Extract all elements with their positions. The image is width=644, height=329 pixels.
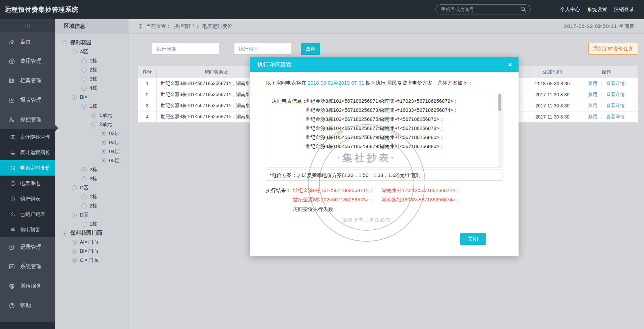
tree-node[interactable]: - A区 [55, 47, 128, 56]
sidebar-item-power-protection[interactable]: 电表保电 [0, 176, 55, 191]
tree-node[interactable]: + 05层 [55, 156, 128, 165]
tree-node[interactable]: + C区门面 [55, 256, 128, 265]
tree-expander-icon[interactable]: + [101, 140, 106, 145]
meter-entry: 湖南集社<567186256878>； [380, 124, 444, 133]
exec-period-input[interactable] [152, 43, 219, 55]
tree-node[interactable]: + 02层 [55, 129, 128, 138]
tree-expander-icon[interactable]: + [72, 249, 77, 254]
tree-collapse-handle[interactable] [55, 125, 58, 131]
query-button[interactable]: 查询 [301, 43, 320, 55]
tree-expander-icon[interactable]: + [101, 131, 106, 136]
tree-expander-icon[interactable]: + [72, 240, 77, 245]
close-button[interactable]: 关闭 [460, 233, 486, 245]
meter-entry: 世纪金源8栋101<567186256871>； [305, 96, 380, 105]
tree-expander-icon[interactable]: - [72, 185, 77, 190]
result-row: 世纪金源8栋101<567186256871>； 湖南集社17023<56718… [293, 186, 460, 195]
tree-expander-icon[interactable]: + [101, 149, 106, 154]
sidebar-item-system[interactable]: 系统管理 [0, 257, 55, 276]
cell-added-time: 2018-05-30 8:30 [530, 78, 575, 89]
tree-node[interactable]: + A区门面 [55, 238, 128, 247]
search-input[interactable] [436, 7, 520, 12]
view-details-link[interactable]: 查看详情 [606, 103, 625, 108]
sidebar-item-meter-reading[interactable]: 表计随抄管理 [0, 129, 55, 145]
view-details-link[interactable]: 查看详情 [606, 114, 625, 119]
tree-expander-icon[interactable]: + [82, 77, 87, 82]
global-search[interactable] [435, 4, 531, 14]
tree-node[interactable]: + 1单元 [55, 111, 128, 120]
sidebar-item-fee-management[interactable]: 费用管理 [0, 51, 55, 71]
tree-expander-icon[interactable]: + [82, 86, 87, 91]
tree-node[interactable]: + 2栋 [55, 65, 128, 75]
sidebar-item-reports[interactable]: 报表管理 [0, 90, 55, 110]
tree-node[interactable]: - B区 [55, 93, 128, 102]
view-details-link[interactable]: 查看详情 [606, 92, 625, 97]
tree-expander-icon[interactable]: - [62, 40, 67, 45]
tree-expander-icon[interactable]: + [82, 194, 87, 199]
tree-expander-icon[interactable]: + [82, 176, 87, 181]
disable-link[interactable]: 禁用 [588, 92, 597, 97]
tree-expander-icon[interactable]: - [72, 213, 77, 218]
tree-node[interactable]: + 03层 [55, 138, 128, 147]
tree-expander-icon[interactable]: + [82, 222, 87, 227]
add-timed-pricing-task-button[interactable]: 添加定时变价任务 [588, 43, 638, 55]
tree-expander-icon[interactable]: + [82, 58, 87, 63]
disable-link[interactable]: 禁用 [588, 81, 597, 86]
tree-expander-icon[interactable]: + [91, 113, 96, 118]
sidebar-item-control-management[interactable]: 操控管理 [0, 110, 55, 129]
settings-link[interactable]: 系统设置 [587, 6, 607, 13]
tree-node[interactable]: + 1栋 [55, 56, 128, 65]
tree-expander-icon[interactable]: + [82, 67, 87, 73]
tree-node[interactable]: - D区 [55, 210, 128, 220]
tree-expander-icon[interactable]: + [101, 158, 106, 163]
tree-node[interactable]: + 3栋 [55, 174, 128, 183]
tree-node[interactable]: - C区 [55, 183, 128, 192]
tree-node[interactable]: + 2栋 [55, 201, 128, 210]
exec-time-input[interactable] [234, 43, 291, 55]
tree-node[interactable]: - 2单元 [55, 120, 128, 129]
tree-node[interactable]: + 3栋 [55, 75, 128, 84]
tree-node[interactable]: + 1栋 [55, 192, 128, 201]
meter-list-label [272, 114, 305, 124]
view-details-link[interactable]: 查看详情 [606, 81, 625, 86]
tree-node[interactable]: - 保利花园 [55, 38, 128, 47]
close-icon[interactable]: × [508, 61, 512, 68]
tree-node[interactable]: - 保利花园门面 [55, 229, 128, 238]
tree-expander-icon[interactable]: - [91, 122, 96, 127]
logout-link[interactable]: 注销登录 [614, 6, 634, 13]
tree-expander-icon[interactable]: - [72, 95, 77, 100]
tree-expander-icon[interactable]: + [72, 258, 77, 263]
sidebar-item-value-added-services[interactable]: 增值服务 [0, 276, 55, 296]
sidebar-item-power-theft-alert[interactable]: 偷电预警 [0, 222, 55, 237]
sidebar-item-help[interactable]: 帮助 [0, 296, 55, 315]
sidebar-item-meter-timed-pricing[interactable]: 电表定时变价 [0, 160, 55, 176]
tree-node[interactable]: + 1栋 [55, 220, 128, 229]
sidebar-item-records[interactable]: 记录管理 [0, 237, 55, 257]
sidebar-item-cancelled-accounts[interactable]: 已销户销表 [0, 206, 55, 222]
sidebar-collapse-button[interactable]: ||| [0, 19, 55, 32]
tree-node[interactable]: + 1栋 [55, 102, 128, 111]
datetime-display: 2017-06-22 09:50:21 星期四 [564, 23, 635, 30]
tree-expander-icon[interactable]: - [62, 231, 67, 236]
disable-link[interactable]: 禁用 [588, 114, 597, 119]
sidebar-item-remote-valve-control[interactable]: 表计远程阀控 [0, 145, 55, 160]
result-entry: 湖南集社17023<567186256872>； [382, 186, 460, 195]
sidebar-item-label: 帮助 [20, 302, 31, 309]
tree-node[interactable]: + B区门面 [55, 247, 128, 256]
sidebar-item-home[interactable]: 首页 [0, 32, 55, 51]
execution-result-block: 执行结果： 世纪金源8栋101<567186256871>； 湖南集社17023… [266, 186, 502, 214]
tree-expander-icon[interactable]: + [82, 203, 87, 208]
tree-node[interactable]: + 2栋 [55, 165, 128, 174]
profile-link[interactable]: 个人中心 [560, 6, 580, 13]
scrollbar-thumb[interactable] [498, 94, 501, 111]
scrollbar-track[interactable] [498, 93, 502, 167]
tree-expander-icon[interactable]: - [72, 49, 77, 54]
sidebar-item-account-cancellation[interactable]: 销户销表 [0, 191, 55, 206]
tree-node[interactable]: + 04层 [55, 147, 128, 156]
tree-node[interactable]: + 4栋 [55, 84, 128, 93]
tree-expander-icon[interactable]: + [82, 104, 87, 109]
tree-expander-icon[interactable]: + [82, 167, 87, 172]
breadcrumb-section[interactable]: 操控管理 [174, 23, 194, 30]
disable-link[interactable]: 禁用 [588, 103, 597, 108]
search-icon[interactable] [520, 6, 526, 12]
sidebar-item-archives[interactable]: 档案管理 [0, 71, 55, 90]
